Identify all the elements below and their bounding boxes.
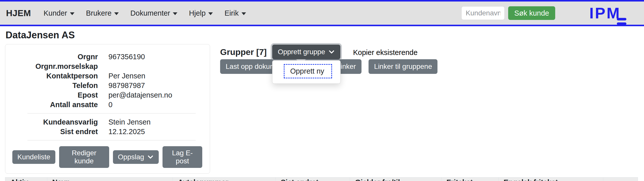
page-title: DataJensen AS <box>6 30 638 41</box>
column-header-engelsk-fritekst: Engelsk fritekst <box>498 177 603 181</box>
caret-down-icon <box>242 12 246 15</box>
field-label: Telefon <box>5 81 98 90</box>
field-orgnr: Orgnr 967356190 <box>5 52 210 62</box>
field-value: 987987987 <box>108 81 210 90</box>
chevron-down-icon <box>147 154 154 160</box>
field-value: Per Jensen <box>108 71 210 81</box>
column-header-navn: Navn <box>47 177 173 181</box>
customer-card-buttons: Kundeliste Rediger kunde Oppslag Lag E-p… <box>5 144 210 168</box>
caret-down-icon <box>173 12 177 15</box>
field-sist-endret: Sist endret 12.12.2025 <box>5 127 210 136</box>
field-label: Kontaktperson <box>5 71 98 81</box>
field-value <box>108 62 210 71</box>
field-label: Epost <box>5 90 98 100</box>
nav-item-label: Dokumenter <box>130 9 170 17</box>
nav-item-label: Hjelp <box>189 9 206 17</box>
oppslag-dropdown-button[interactable]: Oppslag <box>113 150 159 164</box>
oppslag-label: Oppslag <box>118 153 144 161</box>
nav-item-hjelp[interactable]: Hjelp <box>189 9 213 17</box>
nav-item-label: Brukere <box>86 9 112 17</box>
ipm-logo-text: IPM <box>589 4 621 22</box>
field-value: per@datajensen.no <box>108 90 210 100</box>
search-input[interactable] <box>461 6 505 20</box>
field-orgnr-morselskap: Orgnr.morselskap <box>5 62 210 71</box>
field-value: Stein Jensen <box>108 117 210 127</box>
column-header-fritekst: Fritekst <box>441 177 498 181</box>
menu-item-kopier-eksisterende[interactable]: Kopier eksisterende <box>346 47 638 57</box>
rediger-kunde-button[interactable]: Rediger kunde <box>59 146 109 168</box>
field-kontaktperson: Kontaktperson Per Jensen <box>5 71 210 81</box>
kundeliste-button[interactable]: Kundeliste <box>12 150 55 164</box>
chevron-down-icon <box>328 49 335 55</box>
nav-search-area: Søk kunde IPM <box>461 5 624 21</box>
column-header-avtalenummer: Avtalenummer <box>173 177 276 181</box>
nav-menu: Kunder Brukere Dokumenter Hjelp Eirik <box>44 9 246 17</box>
field-antall-ansatte: Antall ansatte 0 <box>5 100 210 109</box>
field-value: 0 <box>108 100 210 109</box>
menu-item-opprett-ny[interactable]: Opprett ny <box>284 64 332 78</box>
opprett-gruppe-dropdown-menu: Opprett ny <box>272 60 341 84</box>
top-nav-bar: HJEM Kunder Brukere Dokumenter Hjelp Eir… <box>0 0 644 26</box>
lag-epost-button[interactable]: Lag E-post <box>163 146 202 168</box>
field-label: Antall ansatte <box>5 100 98 109</box>
field-kundeansvarlig: Kundeansvarlig Stein Jensen <box>5 117 210 127</box>
caret-down-icon <box>70 12 74 15</box>
nav-item-brukere[interactable]: Brukere <box>86 9 119 17</box>
ipm-logo-equals-icon <box>617 18 626 25</box>
ipm-logo: IPM <box>589 5 624 21</box>
field-value: 967356190 <box>108 52 210 62</box>
column-header-sist-endret: Sist endret <box>276 177 350 181</box>
field-label: Sist endret <box>5 127 98 136</box>
nav-item-kunder[interactable]: Kunder <box>44 9 74 17</box>
field-epost: Epost per@datajensen.no <box>5 90 210 100</box>
groups-header: Grupper [7] Opprett gruppe Opprett ny Ko… <box>220 45 638 59</box>
table-header-row: Aktiv Navn Avtalenummer Sist endret Gjel… <box>5 177 638 181</box>
field-value: 12.12.2025 <box>108 127 210 136</box>
column-header-gjelder-fra-til: Gjelder fra/til <box>350 177 441 181</box>
search-customer-button[interactable]: Søk kunde <box>508 6 555 20</box>
column-header-actions <box>603 177 638 181</box>
opprett-gruppe-dropdown-button[interactable]: Opprett gruppe Opprett ny <box>272 45 340 59</box>
caret-down-icon <box>114 12 119 15</box>
column-header-aktiv: Aktiv <box>5 177 47 181</box>
opprett-gruppe-label: Opprett gruppe <box>278 48 325 56</box>
groups-heading: Grupper [7] <box>220 47 267 57</box>
caret-down-icon <box>208 12 213 15</box>
card-divider <box>27 140 196 140</box>
groups-table: Aktiv Navn Avtalenummer Sist endret Gjel… <box>5 177 638 181</box>
nav-item-label: Eirik <box>224 9 238 17</box>
field-label: Orgnr.morselskap <box>5 62 98 71</box>
main-content: DataJensen AS Orgnr 967356190 Orgnr.mors… <box>0 26 644 181</box>
nav-item-label: Kunder <box>44 9 67 17</box>
field-label: Orgnr <box>5 52 98 62</box>
nav-item-dokumenter[interactable]: Dokumenter <box>130 9 177 17</box>
nav-item-user-eirik[interactable]: Eirik <box>224 9 246 17</box>
linker-til-gruppene-button[interactable]: Linker til gruppene <box>369 59 437 74</box>
card-divider <box>27 113 196 113</box>
groups-section: Grupper [7] Opprett gruppe Opprett ny Ko… <box>220 44 638 74</box>
customer-detail-card: Orgnr 967356190 Orgnr.morselskap Kontakt… <box>5 44 210 174</box>
field-label: Kundeansvarlig <box>5 117 98 127</box>
nav-brand-home[interactable]: HJEM <box>6 8 31 18</box>
field-telefon: Telefon 987987987 <box>5 81 210 90</box>
